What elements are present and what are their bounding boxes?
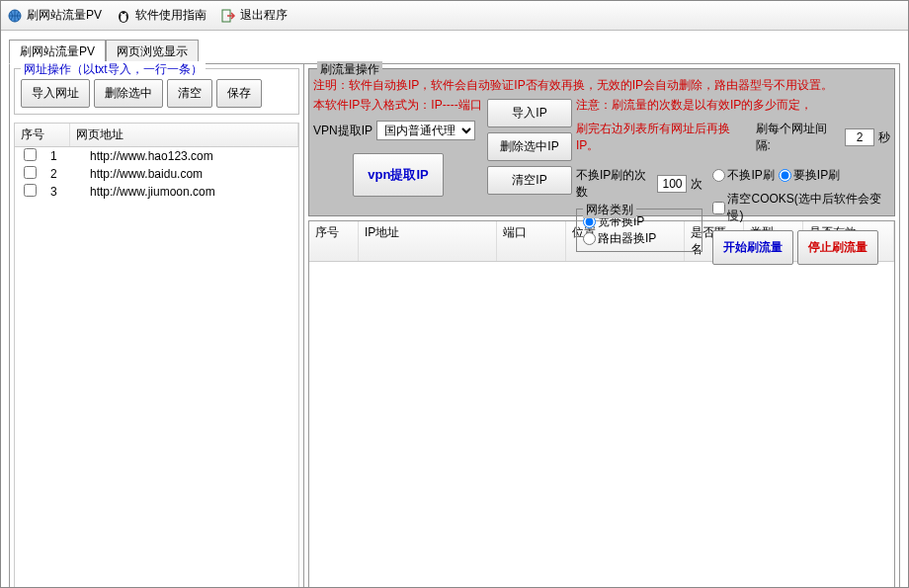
- switch-radio[interactable]: 要换IP刷: [779, 167, 840, 184]
- clear-url-button[interactable]: 清空: [167, 79, 212, 108]
- toolbar-exit[interactable]: 退出程序: [220, 7, 288, 24]
- note2: 本软件IP导入格式为：IP----端口: [313, 97, 483, 114]
- url-row[interactable]: 1 http://www.hao123.com: [15, 147, 298, 165]
- main-toolbar: 刷网站流量PV 软件使用指南 退出程序: [1, 1, 908, 31]
- toolbar-pv[interactable]: 刷网站流量PV: [7, 7, 102, 24]
- clear-ip-button[interactable]: 清空IP: [487, 166, 572, 195]
- save-url-button[interactable]: 保存: [216, 79, 262, 108]
- warn1: 注意：刷流量的次数是以有效IP的多少而定，: [576, 97, 890, 114]
- warn2a: 刷完右边列表所有网址后再换IP。: [576, 121, 752, 154]
- no-switch-radio[interactable]: 不换IP刷: [712, 167, 774, 184]
- interval-input[interactable]: [845, 128, 874, 146]
- warn2b: 刷每个网址间隔:: [756, 121, 841, 154]
- url-checkbox[interactable]: [24, 148, 37, 161]
- url-legend: 网址操作（以txt导入，一行一条）: [21, 61, 206, 78]
- ops-legend: 刷流量操作: [317, 61, 382, 78]
- remove-url-button[interactable]: 删除选中: [94, 79, 163, 108]
- net-router-radio[interactable]: 路由器换IP: [583, 230, 696, 247]
- globe-icon: [7, 8, 23, 24]
- vpn-extract-button[interactable]: vpn提取IP: [353, 153, 443, 197]
- url-checkbox[interactable]: [24, 166, 37, 179]
- svg-point-2: [121, 14, 126, 22]
- start-button[interactable]: 开始刷流量: [712, 230, 793, 265]
- url-checkbox[interactable]: [24, 184, 37, 197]
- svg-point-4: [124, 13, 126, 15]
- count-label: 不换IP刷的次数: [576, 167, 653, 201]
- import-ip-button[interactable]: 导入IP: [487, 99, 572, 127]
- clear-cookies-checkbox[interactable]: 清空COOKS(选中后软件会变慢): [712, 191, 890, 224]
- ops-panel: 刷流量操作 注明：软件自动换IP，软件会自动验证IP否有效再换，无效的IP会自动…: [308, 68, 895, 216]
- toolbar-guide-label: 软件使用指南: [135, 7, 207, 24]
- penguin-icon: [116, 8, 131, 24]
- url-row[interactable]: 3 http://www.jiumoon.com: [15, 183, 298, 201]
- note1: 注明：软件自动换IP，软件会自动验证IP否有效再换，无效的IP会自动删除，路由器…: [313, 77, 890, 94]
- vpn-select[interactable]: 国内普通代理: [376, 121, 475, 140]
- toolbar-guide[interactable]: 软件使用指南: [116, 7, 207, 24]
- ip-table: 序号 IP地址 端口 位置 是否匿名 类型 是否有效: [308, 220, 895, 588]
- count-unit: 次: [691, 176, 702, 193]
- net-legend: 网络类别: [583, 202, 636, 218]
- url-table: 序号 网页地址 1 http://www.hao123.com 2 http:/…: [14, 123, 299, 588]
- url-col-addr: 网页地址: [70, 124, 298, 146]
- url-col-seq: 序号: [15, 124, 70, 146]
- svg-point-3: [121, 13, 123, 15]
- interval-unit: 秒: [878, 129, 890, 146]
- import-url-button[interactable]: 导入网址: [21, 79, 90, 108]
- vpn-label: VPN提取IP: [313, 123, 372, 139]
- exit-icon: [220, 8, 236, 24]
- url-row[interactable]: 2 http://www.baidu.com: [15, 165, 298, 183]
- remove-ip-button[interactable]: 删除选中IP: [487, 132, 572, 161]
- count-input[interactable]: [657, 175, 687, 193]
- toolbar-exit-label: 退出程序: [240, 7, 288, 24]
- stop-button[interactable]: 停止刷流量: [797, 230, 878, 265]
- toolbar-pv-label: 刷网站流量PV: [27, 7, 102, 24]
